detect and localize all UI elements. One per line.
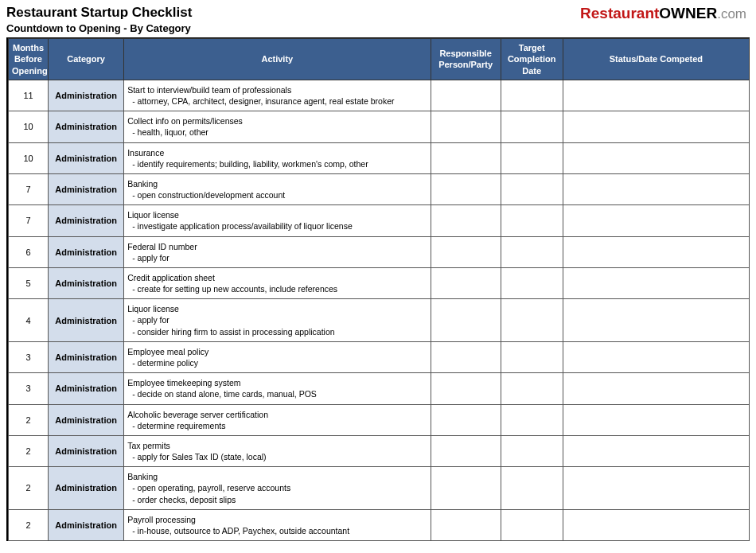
cell-activity: Start to interview/build team of profess… — [124, 80, 431, 111]
cell-target — [501, 299, 563, 342]
table-row: 2AdministrationAlcoholic beverage server… — [9, 404, 750, 435]
cell-category: Administration — [49, 341, 124, 372]
activity-sub: - decide on stand alone, time cards, man… — [127, 388, 427, 399]
cell-months: 3 — [9, 373, 49, 404]
cell-category: Administration — [49, 467, 124, 510]
cell-category: Administration — [49, 404, 124, 435]
activity-sub: - create for setting up new accounts, in… — [127, 283, 427, 294]
cell-responsible — [431, 341, 501, 372]
cell-activity: Banking - open construction/development … — [124, 173, 431, 204]
activity-sub: - apply for Sales Tax ID (state, local) — [127, 451, 427, 462]
cell-category: Administration — [49, 111, 124, 142]
table-row: 3AdministrationEmployee meal policy - de… — [9, 341, 750, 372]
cell-responsible — [431, 111, 501, 142]
table-row: 7AdministrationBanking - open constructi… — [9, 173, 750, 204]
activity-title: Federal ID number — [127, 241, 427, 252]
table-body: 11AdministrationStart to interview/build… — [9, 80, 750, 540]
activity-title: Employee timekeeping system — [127, 377, 427, 388]
table-header-row: Months Before Opening Category Activity … — [9, 39, 750, 80]
activity-title: Banking — [127, 471, 427, 482]
activity-sub: - consider hiring firm to assist in proc… — [127, 326, 427, 337]
cell-responsible — [431, 205, 501, 236]
cell-status — [563, 467, 749, 510]
table-row: 2AdministrationPayroll processing - in-h… — [9, 509, 750, 540]
table-row: 10AdministrationCollect info on permits/… — [9, 111, 750, 142]
activity-title: Liquor license — [127, 303, 427, 314]
table-row: 2AdministrationBanking - open operating,… — [9, 467, 750, 510]
logo-part-owner: OWNER — [659, 5, 717, 21]
col-header-status: Status/Date Competed — [563, 39, 749, 80]
cell-activity: Banking - open operating, payroll, reser… — [124, 467, 431, 510]
activity-title: Employee meal policy — [127, 346, 427, 357]
cell-responsible — [431, 173, 501, 204]
cell-category: Administration — [49, 236, 124, 267]
cell-status — [563, 80, 749, 111]
cell-months: 7 — [9, 205, 49, 236]
cell-status — [563, 267, 749, 298]
cell-months: 5 — [9, 267, 49, 298]
cell-target — [501, 467, 563, 510]
cell-status — [563, 341, 749, 372]
cell-category: Administration — [49, 142, 124, 173]
cell-responsible — [431, 236, 501, 267]
cell-months: 10 — [9, 111, 49, 142]
cell-target — [501, 509, 563, 540]
table-row: 7AdministrationLiquor license - investig… — [9, 205, 750, 236]
cell-category: Administration — [49, 267, 124, 298]
table-row: 3AdministrationEmployee timekeeping syst… — [9, 373, 750, 404]
activity-title: Collect info on permits/licenses — [127, 115, 427, 127]
cell-activity: Employee timekeeping system - decide on … — [124, 373, 431, 404]
table-row: 4AdministrationLiquor license - apply fo… — [9, 299, 750, 342]
cell-months: 2 — [9, 467, 49, 510]
cell-target — [501, 267, 563, 298]
cell-status — [563, 173, 749, 204]
activity-title: Credit application sheet — [127, 272, 427, 283]
logo-part-restaurant: Restaurant — [580, 5, 659, 21]
table-row: 11AdministrationStart to interview/build… — [9, 80, 750, 111]
col-header-category: Category — [49, 39, 124, 80]
cell-months: 6 — [9, 236, 49, 267]
activity-sub: - health, liquor, other — [127, 127, 427, 138]
brand-logo: RestaurantOWNER.com — [580, 5, 750, 22]
page-title: Restaurant Startup Checklist — [6, 5, 192, 21]
cell-target — [501, 205, 563, 236]
cell-status — [563, 142, 749, 173]
cell-target — [501, 142, 563, 173]
activity-title: Banking — [127, 178, 427, 189]
cell-category: Administration — [49, 205, 124, 236]
table-row: 2AdministrationTax permits - apply for S… — [9, 435, 750, 466]
cell-months: 4 — [9, 299, 49, 342]
col-header-responsible: Responsible Person/Party — [431, 39, 501, 80]
cell-target — [501, 80, 563, 111]
activity-sub: - order checks, deposit slips — [127, 494, 427, 505]
cell-activity: Liquor license - apply for - consider hi… — [124, 299, 431, 342]
cell-status — [563, 205, 749, 236]
cell-status — [563, 299, 749, 342]
cell-responsible — [431, 435, 501, 466]
activity-sub: - determine requirements — [127, 420, 427, 431]
cell-target — [501, 373, 563, 404]
cell-status — [563, 435, 749, 466]
cell-category: Administration — [49, 299, 124, 342]
cell-responsible — [431, 80, 501, 111]
activity-sub: - attorney, CPA, architect, designer, in… — [127, 95, 427, 107]
cell-months: 2 — [9, 404, 49, 435]
cell-activity: Collect info on permits/licenses - healt… — [124, 111, 431, 142]
activity-title: Tax permits — [127, 440, 427, 451]
cell-category: Administration — [49, 80, 124, 111]
cell-target — [501, 404, 563, 435]
cell-target — [501, 435, 563, 466]
activity-sub: - determine policy — [127, 357, 427, 368]
col-header-target: Target Completion Date — [501, 39, 563, 80]
cell-category: Administration — [49, 435, 124, 466]
cell-responsible — [431, 404, 501, 435]
header-bar: Restaurant Startup Checklist Countdown t… — [6, 5, 750, 34]
cell-responsible — [431, 467, 501, 510]
cell-activity: Federal ID number - apply for — [124, 236, 431, 267]
cell-responsible — [431, 509, 501, 540]
activity-title: Start to interview/build team of profess… — [127, 84, 427, 95]
activity-sub: - investigate application process/availa… — [127, 220, 427, 232]
cell-activity: Employee meal policy - determine policy — [124, 341, 431, 372]
activity-sub: - identify requirements; building, liabi… — [127, 158, 427, 169]
activity-sub: - open operating, payroll, reserve accou… — [127, 482, 427, 493]
